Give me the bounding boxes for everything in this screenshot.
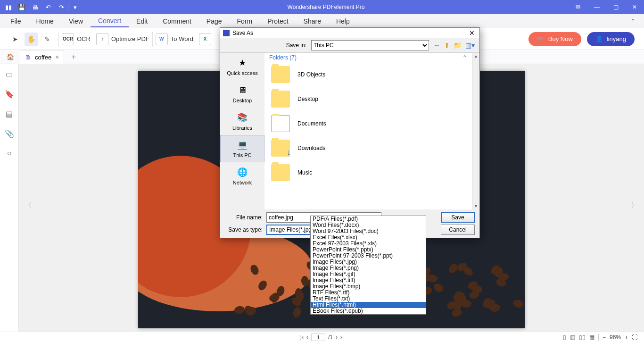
mail-icon[interactable]: ✉	[569, 0, 587, 14]
edit-icon[interactable]: ✎	[41, 33, 54, 46]
view-single-icon[interactable]: ▯	[563, 334, 566, 341]
new-tab-icon[interactable]: +	[67, 53, 80, 61]
place-this-pc[interactable]: 💻This PC	[220, 135, 264, 162]
page-total: /1	[328, 334, 333, 341]
attachments-icon[interactable]: 📎	[0, 124, 19, 143]
zoom-in-icon[interactable]: +	[625, 334, 628, 341]
menu-convert[interactable]: Convert	[91, 15, 129, 27]
back-icon[interactable]: ←	[434, 42, 440, 49]
folder-item[interactable]: Desktop	[264, 87, 472, 111]
menubar: FileHomeViewConvertEditCommentPageFormPr…	[0, 14, 644, 28]
menu-help[interactable]: Help	[329, 16, 357, 27]
bookmarks-icon[interactable]: 🔖	[0, 84, 19, 104]
folders-header[interactable]: Folders (7)	[269, 54, 297, 61]
save-button[interactable]: Save	[441, 212, 475, 223]
titlebar: ▮▮ 💾 🖶 ↶ ↷ ▾ Wondershare PDFelement Pro …	[0, 0, 644, 14]
folder-icon	[271, 140, 290, 157]
first-page-icon[interactable]: |‹	[300, 334, 304, 341]
print-icon[interactable]: 🖶	[28, 0, 41, 14]
place-libraries[interactable]: 📚Libraries	[220, 108, 264, 135]
folder-icon	[271, 66, 290, 83]
folder-item[interactable]: Downloads	[264, 136, 472, 160]
type-option[interactable]: EBook Files(*.epub)	[311, 308, 426, 314]
close-window-icon[interactable]: ✕	[625, 0, 644, 14]
next-page-status-icon[interactable]: ›	[336, 334, 338, 341]
buy-now-button[interactable]: 🛒 Buy Now	[528, 32, 581, 46]
up-icon[interactable]: ⬆	[444, 42, 450, 49]
ocr-label: OCR	[77, 35, 91, 42]
folder-label: Downloads	[297, 145, 325, 151]
ocr-icon: OCR	[62, 33, 74, 45]
last-page-icon[interactable]: ›|	[340, 334, 344, 341]
dialog-app-icon	[223, 30, 230, 36]
menu-home[interactable]: Home	[29, 16, 61, 27]
thumbnails-icon[interactable]: ▭	[0, 64, 19, 84]
pointer-icon[interactable]: ➤	[8, 33, 22, 46]
menu-page[interactable]: Page	[199, 16, 230, 27]
user-button[interactable]: 👤 linyang	[587, 32, 635, 46]
view-grid-icon[interactable]: ▦	[589, 334, 594, 341]
save-as-dialog: Save As ✕ Save in: This PC ← ⬆ 📁 ▥▾ ★Qui…	[220, 27, 480, 238]
fullscreen-icon[interactable]: ⛶	[632, 334, 637, 341]
cancel-button[interactable]: Cancel	[441, 225, 475, 235]
to-word-label: To Word	[171, 35, 193, 42]
redo-icon[interactable]: ↷	[55, 0, 68, 14]
menu-share[interactable]: Share	[296, 16, 329, 27]
document-tab[interactable]: 🗎 coffee ×	[20, 50, 64, 64]
new-folder-icon[interactable]: 📁	[454, 42, 462, 49]
place-quick-access[interactable]: ★Quick access	[220, 53, 264, 80]
folder-item[interactable]: Music	[264, 160, 472, 185]
ocr-button[interactable]: OCR OCR	[59, 33, 93, 45]
optimize-button[interactable]: ↕ Optimize PDF	[93, 33, 152, 45]
view-continuous-icon[interactable]: ▥	[570, 334, 575, 341]
place-label: Quick access	[227, 70, 257, 76]
menu-edit[interactable]: Edit	[129, 16, 155, 27]
next-page-icon[interactable]: 〉	[628, 198, 640, 212]
folders-collapse-icon[interactable]: ⌃	[462, 54, 467, 61]
tab-label: coffee	[35, 54, 51, 61]
home-icon[interactable]: 🏠	[3, 53, 18, 60]
folder-item[interactable]: Documents	[264, 111, 472, 136]
dialog-close-icon[interactable]: ✕	[467, 29, 477, 37]
savein-select[interactable]: This PC	[311, 40, 429, 50]
folder-label: Desktop	[297, 96, 318, 102]
collapse-ribbon-icon[interactable]: ⌃	[625, 16, 641, 27]
minimize-icon[interactable]: —	[587, 0, 606, 14]
user-icon: 👤	[595, 35, 603, 42]
undo-icon[interactable]: ↶	[41, 0, 55, 14]
maximize-icon[interactable]: ▢	[606, 0, 625, 14]
place-desktop[interactable]: 🖥Desktop	[220, 80, 264, 108]
page-input[interactable]	[311, 334, 325, 341]
status-separator	[598, 334, 599, 341]
chat-icon[interactable]: ○	[0, 143, 19, 163]
place-label: Libraries	[232, 125, 252, 131]
menu-view[interactable]: View	[61, 16, 91, 27]
to-word-button[interactable]: W To Word	[153, 33, 196, 45]
place-icon: 🌐	[235, 167, 250, 178]
menu-comment[interactable]: Comment	[155, 16, 199, 27]
zoom-out-icon[interactable]: −	[603, 334, 606, 341]
view-facing-icon[interactable]: ▯▯	[579, 334, 586, 341]
prev-page-icon[interactable]: 〈	[23, 198, 34, 212]
folder-item[interactable]: 3D Objects	[264, 62, 472, 87]
filename-label: File name:	[225, 214, 263, 221]
prev-page-status-icon[interactable]: ‹	[306, 334, 308, 341]
save-type-dropdown[interactable]: PDF/A Files(*.pdf)Word Files(*.docx)Word…	[310, 216, 426, 315]
tab-close-icon[interactable]: ×	[55, 53, 59, 61]
views-icon[interactable]: ▥▾	[465, 42, 475, 49]
excel-icon: X	[199, 33, 211, 45]
menu-protect[interactable]: Protect	[260, 16, 296, 27]
menu-file[interactable]: File	[3, 16, 29, 27]
save-icon[interactable]: 💾	[15, 0, 28, 14]
savein-label: Save in:	[286, 42, 306, 49]
place-network[interactable]: 🌐Network	[220, 162, 264, 190]
hand-icon[interactable]: ✋	[25, 33, 38, 46]
qat-customize-icon[interactable]: ▾	[68, 0, 82, 14]
folder-label: 3D Objects	[297, 71, 325, 78]
comments-icon[interactable]: ▤	[0, 104, 19, 124]
scrollbar[interactable]: ▲▼	[472, 53, 479, 209]
menu-form[interactable]: Form	[230, 16, 260, 27]
place-icon: 💻	[235, 139, 250, 150]
cart-icon: 🛒	[537, 35, 545, 42]
to-excel-button[interactable]: X	[196, 33, 214, 45]
